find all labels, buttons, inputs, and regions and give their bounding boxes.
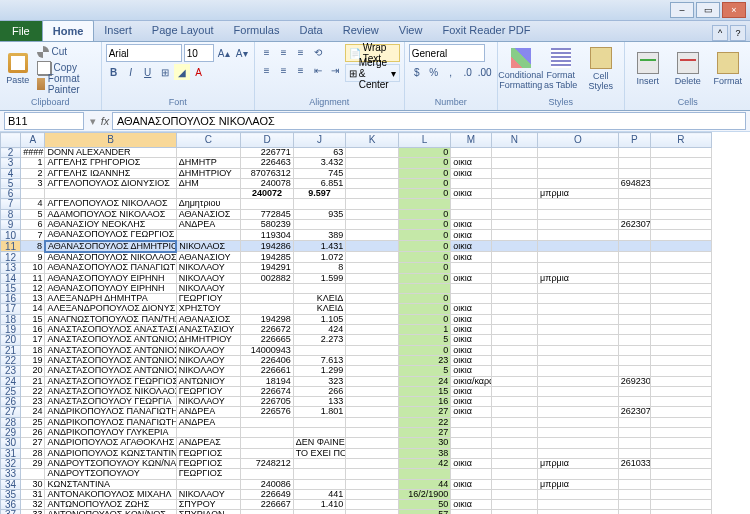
shrink-font-icon[interactable]: A▾ — [234, 45, 250, 61]
cell[interactable] — [651, 241, 712, 252]
cell[interactable] — [538, 428, 619, 438]
table-row[interactable]: 2219ΑΝΑΣΤΑΣΟΠΟΥΛΟΣ ΑΝΤΩΝΙΟΣΝΙΚΟΛΑΟΥ22640… — [1, 355, 740, 365]
cell[interactable]: ΓΕΩΡΓΙΟΥ — [176, 386, 241, 396]
cell[interactable]: ΑΝΔΡΙΟΠΟΥΛΟΣ ΑΓΑΘΟΚΛΗΣ — [45, 438, 176, 448]
cell[interactable] — [651, 273, 712, 283]
conditional-formatting-button[interactable]: Conditional Formatting — [502, 44, 540, 94]
cell[interactable] — [293, 345, 345, 355]
col-header-J[interactable]: J — [293, 133, 345, 148]
cell[interactable] — [491, 220, 537, 230]
cell[interactable] — [651, 366, 712, 376]
cell[interactable]: 240086 — [241, 479, 293, 489]
cell[interactable] — [241, 199, 293, 209]
table-row[interactable]: 2623ΑΝΑΣΤΑΣΟΠΟΥΛΟΥ ΓΕΩΡΓΙΑΝΙΚΟΛΑΟΥ226705… — [1, 397, 740, 407]
underline-button[interactable]: U — [140, 64, 156, 80]
cell[interactable]: 0 — [398, 304, 450, 314]
cell[interactable] — [618, 479, 650, 489]
row-header[interactable]: 20 — [1, 335, 21, 345]
cell[interactable] — [346, 438, 398, 448]
cell[interactable] — [538, 500, 619, 510]
row-header[interactable]: 5 — [1, 178, 21, 188]
cell[interactable] — [618, 189, 650, 199]
cell[interactable] — [618, 252, 650, 263]
cell[interactable]: οικια — [451, 366, 491, 376]
cell[interactable] — [538, 366, 619, 376]
row-header[interactable]: 13 — [1, 263, 21, 273]
cell[interactable] — [491, 510, 537, 514]
cell[interactable] — [241, 448, 293, 458]
cell[interactable] — [293, 417, 345, 427]
cell[interactable] — [346, 325, 398, 335]
cell[interactable]: ΑΓΓΕΛΗΣ ΓΡΗΓΟΡΙΟΣ — [45, 158, 176, 168]
row-header[interactable]: 31 — [1, 448, 21, 458]
cell[interactable]: ΔΗΜΗΤΡΙΟΥ — [176, 168, 241, 178]
cell[interactable]: 424 — [293, 325, 345, 335]
table-row[interactable]: 1714ΑΛΕΞΑΝΔΡΟΠΟΥΛΟΣ ΔΙΟΝΥΣΙΟΣΧΡΗΣΤΟΥΚΛΕΙ… — [1, 304, 740, 314]
cell[interactable]: 4 — [21, 199, 45, 209]
font-size-combo[interactable]: 10 — [184, 44, 214, 62]
row-header[interactable]: 28 — [1, 417, 21, 427]
table-row[interactable]: 53ΑΓΓΕΛΟΠΟΥΛΟΣ ΔΙΟΝΥΣΙΟΣΔΗΜ2400786.85106… — [1, 178, 740, 188]
cell[interactable] — [618, 168, 650, 178]
row-header[interactable]: 25 — [1, 386, 21, 396]
cell[interactable] — [538, 386, 619, 396]
cell[interactable] — [346, 448, 398, 458]
cell[interactable] — [538, 168, 619, 178]
table-row[interactable]: 3229ΑΝΔΡΟΥΤΣΟΠΟΥΛΟΥ ΚΩΝ/ΝΑΓΕΩΡΓΙΟΣ724821… — [1, 458, 740, 468]
cell[interactable] — [451, 263, 491, 273]
cell[interactable]: ΑΝΔΡΕΑ — [176, 407, 241, 417]
cell[interactable] — [346, 510, 398, 514]
cell[interactable]: οικια — [451, 241, 491, 252]
cell[interactable]: 194291 — [241, 263, 293, 273]
cell[interactable] — [618, 263, 650, 273]
cell[interactable] — [651, 148, 712, 158]
cell[interactable] — [538, 241, 619, 252]
cell[interactable] — [651, 355, 712, 365]
cell[interactable] — [651, 178, 712, 188]
cell[interactable]: ΝΙΚΟΛΑΟΥ — [176, 263, 241, 273]
cell[interactable]: 0 — [398, 345, 450, 355]
cell[interactable] — [346, 469, 398, 479]
cell[interactable]: μπρμια — [538, 273, 619, 283]
cell[interactable]: 26923073506 — [618, 376, 650, 386]
cell[interactable] — [618, 448, 650, 458]
cell[interactable]: 12 — [21, 283, 45, 293]
cell[interactable]: ΑΝΔΡΙΚΟΠΟΥΛΟΣ ΠΑΝΑΓΙΩΤΗΣ — [45, 417, 176, 427]
cell[interactable]: ΑΝΑΣΤΑΣΟΠΟΥΛΟΣ ΝΙΚΟΛΑΟΣ — [45, 386, 176, 396]
format-button[interactable]: Format — [709, 44, 747, 94]
cell[interactable]: 6948230676 — [618, 178, 650, 188]
cell[interactable]: 29 — [21, 458, 45, 468]
cell[interactable]: 2.273 — [293, 335, 345, 345]
table-row[interactable]: 1411ΑΘΑΝΑΣΟΠΟΥΛΟΥ ΕΙΡΗΝΗΝΙΚΟΛΑΟΥ0028821.… — [1, 273, 740, 283]
cell[interactable]: 8 — [293, 263, 345, 273]
cell[interactable] — [346, 335, 398, 345]
cell[interactable] — [398, 199, 450, 209]
cell[interactable]: ΔΕΝ ΦΑΙΝΕΤΑΙ — [293, 438, 345, 448]
cell[interactable]: οικια — [451, 220, 491, 230]
cell[interactable] — [398, 469, 450, 479]
cell[interactable] — [346, 355, 398, 365]
cell[interactable]: 5 — [398, 366, 450, 376]
cell[interactable]: ΚΛΕΙΔ — [293, 304, 345, 314]
cell[interactable]: ΑΝΔΡΕΑ — [176, 417, 241, 427]
cell[interactable] — [491, 489, 537, 499]
cell[interactable]: 119304 — [241, 230, 293, 241]
cell[interactable] — [538, 407, 619, 417]
cell[interactable] — [538, 209, 619, 219]
cell[interactable]: ΑΘΑΝΑΣΙΟΣ — [176, 209, 241, 219]
cell[interactable]: 226674 — [241, 386, 293, 396]
align-center-icon[interactable]: ≡ — [276, 62, 292, 78]
row-header[interactable]: 12 — [1, 252, 21, 263]
cell[interactable] — [651, 428, 712, 438]
table-row[interactable]: 3733ΑΝΤΩΝΟΠΟΥΛΟΣ ΚΩΝ/ΝΟΣΣΠΥΡΙΔΩΝ57 — [1, 510, 740, 514]
cell[interactable]: ΝΙΚΟΛΑΟΥ — [176, 489, 241, 499]
row-header[interactable]: 16 — [1, 294, 21, 304]
cell[interactable] — [451, 469, 491, 479]
cell[interactable] — [491, 428, 537, 438]
cell[interactable] — [618, 304, 650, 314]
cell[interactable] — [618, 325, 650, 335]
cell[interactable]: 27 — [398, 428, 450, 438]
cell-styles-button[interactable]: Cell Styles — [582, 44, 620, 94]
cell[interactable]: 16/2/1900 — [398, 489, 450, 499]
cell[interactable] — [491, 448, 537, 458]
